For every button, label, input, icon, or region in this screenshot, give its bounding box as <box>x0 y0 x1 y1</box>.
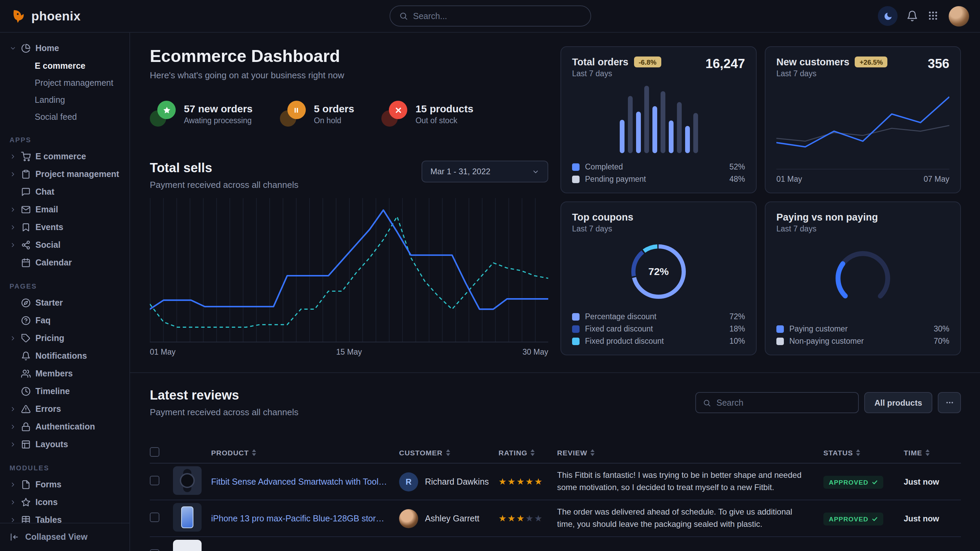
sidebar-item-label: Home <box>35 44 59 53</box>
stats-row: 57 new ordersAwating processing5 ordersO… <box>150 101 548 127</box>
legend-label: Non-paying customer <box>789 337 864 345</box>
chat-icon <box>21 187 31 197</box>
select-all-checkbox[interactable] <box>150 447 159 456</box>
sidebar-item-pricing[interactable]: Pricing <box>5 329 124 347</box>
card-period: Last 7 days <box>572 225 745 233</box>
table-body: Fitbit Sense Advanced Smartwatch with To… <box>150 464 961 551</box>
card-title: New customers <box>776 57 849 67</box>
sidebar-item-calendar[interactable]: Calendar <box>5 254 124 272</box>
sidebar-subitem-project-management[interactable]: Project management <box>5 74 124 91</box>
stat-value: 15 products <box>415 103 473 114</box>
sidebar-item-chat[interactable]: Chat <box>5 183 124 201</box>
sidebar-item-layouts[interactable]: Layouts <box>5 436 124 453</box>
customers-chart-svg <box>776 83 949 169</box>
check-icon <box>872 516 878 522</box>
sidebar-item-label: Tables <box>35 515 62 522</box>
sidebar-item-events[interactable]: Events <box>5 219 124 236</box>
legend-label: Pending payment <box>585 175 646 183</box>
date-range-select[interactable]: Mar 1 - 31, 2022 <box>422 160 548 183</box>
sidebar-subitem-landing[interactable]: Landing <box>5 91 124 108</box>
sidebar-item-errors[interactable]: Errors <box>5 400 124 418</box>
orders-legend: Completed52%Pending payment48% <box>572 163 745 183</box>
row-checkbox[interactable] <box>150 549 159 551</box>
global-search[interactable] <box>389 5 591 27</box>
sidebar-item-members[interactable]: Members <box>5 365 124 383</box>
customer-avatar: R <box>399 472 418 491</box>
page-title: Ecommerce Dashboard <box>150 46 548 66</box>
reviews-table: PRODUCTCUSTOMERRATINGREVIEWSTATUSTIME Fi… <box>150 442 961 551</box>
row-checkbox[interactable] <box>150 512 159 522</box>
card-period: Last 7 days <box>776 70 888 78</box>
column-label: TIME <box>904 448 922 456</box>
apps-menu-button[interactable] <box>928 10 940 22</box>
card-total-orders: Total orders -6.8% Last 7 days 16,247 Co… <box>560 46 757 193</box>
more-options-button[interactable] <box>938 392 961 413</box>
legend-value: 52% <box>729 163 745 171</box>
column-header-customer[interactable]: CUSTOMER <box>399 448 498 456</box>
clock-icon <box>21 387 31 396</box>
sidebar-section-pages: PAGES <box>10 283 120 290</box>
total-sells-chart <box>150 198 548 342</box>
bar <box>676 102 681 153</box>
phoenix-logo-icon <box>11 8 27 24</box>
sidebar-item-project-management[interactable]: Project management <box>5 165 124 183</box>
column-header-status[interactable]: STATUS <box>823 448 904 456</box>
brand[interactable]: phoenix <box>11 8 81 24</box>
all-products-button[interactable]: All products <box>864 392 932 413</box>
sidebar-item-notifications[interactable]: Notifications <box>5 347 124 365</box>
legend-label: Percentage discount <box>585 313 657 321</box>
reviews-toolbar: All products <box>695 392 961 413</box>
mail-icon <box>21 205 31 214</box>
column-header-review[interactable]: REVIEW <box>557 448 823 456</box>
sidebar-item-tables[interactable]: Tables <box>5 511 124 522</box>
sidebar-item-icons[interactable]: Icons <box>5 494 124 511</box>
column-header-time[interactable]: TIME <box>904 448 961 456</box>
table-row: iPhone 13 pro max-Pacific Blue-128GB sto… <box>150 500 961 537</box>
sidebar-item-timeline[interactable]: Timeline <box>5 383 124 400</box>
sidebar-subitem-e-commerce[interactable]: E commerce <box>5 57 124 74</box>
sidebar-item-email[interactable]: Email <box>5 201 124 219</box>
star-icon <box>162 106 170 114</box>
sidebar-subitem-social-feed[interactable]: Social feed <box>5 108 124 125</box>
theme-toggle-button[interactable] <box>878 6 897 26</box>
customer-name: Ashley Garrett <box>425 514 479 523</box>
sidebar-section-apps: APPS <box>10 136 120 144</box>
stat-on-hold: 5 ordersOn hold <box>280 101 354 127</box>
sidebar-item-forms[interactable]: Forms <box>5 476 124 494</box>
chevron-right-icon <box>10 517 16 522</box>
legend-value: 70% <box>934 337 949 345</box>
sidebar-item-authentication[interactable]: Authentication <box>5 418 124 436</box>
notifications-button[interactable] <box>907 10 919 22</box>
x-icon <box>394 106 402 114</box>
product-link[interactable]: iPhone 13 pro max-Pacific Blue-128GB sto… <box>211 514 399 523</box>
reviews-search-input[interactable] <box>716 398 851 407</box>
axis-label: 30 May <box>523 348 548 356</box>
bar <box>685 126 690 153</box>
column-header-product[interactable]: PRODUCT <box>211 448 399 456</box>
product-thumbnail <box>173 466 202 494</box>
sidebar-item-faq[interactable]: Faq <box>5 312 124 329</box>
sidebar-item-social[interactable]: Social <box>5 236 124 254</box>
stat-icon <box>280 101 306 127</box>
row-checkbox[interactable] <box>150 475 159 485</box>
sidebar-section-modules: MODULES <box>10 464 120 472</box>
reviews-search[interactable] <box>695 392 859 413</box>
search-input[interactable] <box>413 11 581 21</box>
column-header-rating[interactable]: RATING <box>498 448 557 456</box>
card-new-customers: New customers +26.5% Last 7 days 356 01 … <box>765 46 961 193</box>
bar <box>619 119 624 153</box>
sidebar-item-starter[interactable]: Starter <box>5 294 124 312</box>
legend-fixed-product-discount: Fixed product discount10% <box>572 337 745 345</box>
collapse-view-button[interactable]: Collapsed View <box>0 522 129 551</box>
moon-icon <box>883 11 892 21</box>
legend-value: 30% <box>934 325 949 333</box>
ellipsis-icon <box>945 398 954 407</box>
user-avatar[interactable] <box>949 6 969 26</box>
sidebar-item-e-commerce[interactable]: E commerce <box>5 148 124 165</box>
sidebar-item-home[interactable]: Home <box>5 40 124 57</box>
total-sells-axis: 01 May15 May30 May <box>150 348 548 356</box>
product-link[interactable]: Fitbit Sense Advanced Smartwatch with To… <box>211 477 399 486</box>
review-time: Just now <box>904 477 961 486</box>
sidebar-item-label: Forms <box>35 480 61 489</box>
card-paying-vs-nonpaying: Paying vs non paying Last 7 days Paying … <box>765 202 961 355</box>
